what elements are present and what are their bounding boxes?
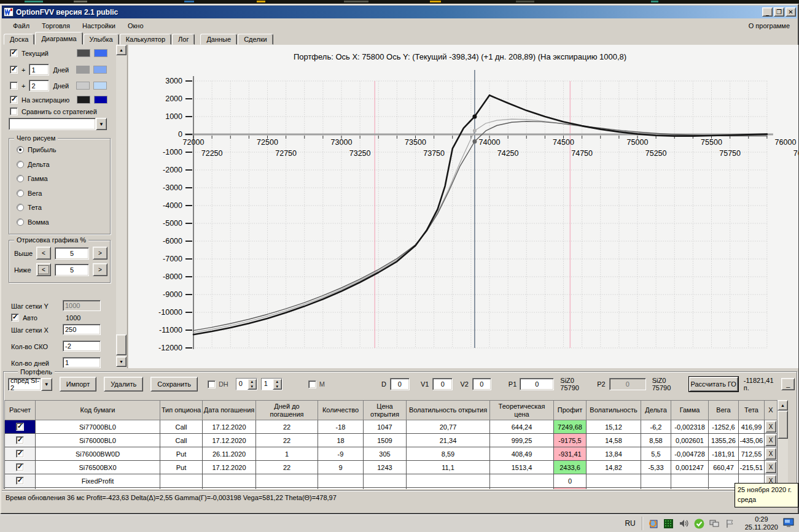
row-calc-cell[interactable]: [5, 461, 36, 474]
radio-тета[interactable]: [17, 204, 24, 211]
column-header[interactable]: Тип опциона: [160, 401, 203, 420]
column-header[interactable]: Гамма: [671, 401, 709, 420]
app-tray-icon[interactable]: [648, 518, 659, 529]
column-header[interactable]: Профит: [554, 401, 587, 420]
column-header[interactable]: Расчет: [5, 401, 36, 420]
expiration-checkbox[interactable]: [10, 96, 18, 104]
terminal-tray-icon[interactable]: [663, 518, 674, 529]
p1-input[interactable]: [520, 378, 554, 390]
row-delete-button[interactable]: X: [765, 448, 776, 460]
preset-combobox[interactable]: спред SI-2 ▼: [8, 378, 52, 391]
plus1-checkbox[interactable]: [10, 66, 18, 74]
grid-step-x-input[interactable]: [63, 324, 101, 335]
row-delete-cell[interactable]: X: [765, 420, 778, 434]
grid-step-y-input[interactable]: [63, 300, 101, 311]
column-header[interactable]: Дельта: [641, 401, 671, 420]
row-calc-cell[interactable]: [5, 420, 36, 434]
tab-диаграмма[interactable]: Диаграмма: [35, 32, 82, 45]
tab-калькулятор[interactable]: Калькулятор: [120, 34, 171, 45]
sidebar-scrollbar[interactable]: ▲ ▼: [116, 45, 127, 369]
dh-spinner-1[interactable]: 0 ▲▼: [236, 378, 257, 390]
table-row[interactable]: Si76000BW0DPut26.11.20201-93058,59408,49…: [5, 447, 778, 461]
below-increase-button[interactable]: >: [93, 263, 107, 276]
save-button[interactable]: Сохранить: [150, 377, 198, 391]
tab-лог[interactable]: Лог: [172, 34, 195, 45]
chevron-down-icon[interactable]: ▼: [96, 118, 107, 130]
m-checkbox[interactable]: [308, 380, 316, 388]
scrollbar-thumb[interactable]: [116, 334, 127, 355]
sko-count-input[interactable]: [63, 341, 101, 352]
column-header[interactable]: X: [765, 401, 778, 420]
row-calc-cell[interactable]: [5, 474, 36, 488]
language-indicator[interactable]: RU: [618, 519, 641, 528]
v1-input[interactable]: [432, 378, 453, 390]
row-calc-checkbox[interactable]: [16, 463, 24, 471]
above-increase-button[interactable]: >: [93, 247, 107, 260]
show-desktop-icon[interactable]: [783, 518, 795, 529]
scroll-up-icon[interactable]: ▲: [778, 400, 788, 411]
row-calc-cell[interactable]: [5, 434, 36, 447]
tab-данные[interactable]: Данные: [200, 34, 237, 45]
above-percent-input[interactable]: [55, 247, 89, 260]
antivirus-check-icon[interactable]: [694, 518, 705, 529]
row-delete-cell[interactable]: X: [765, 434, 778, 447]
column-header[interactable]: Дата погашения: [203, 401, 256, 420]
import-button[interactable]: Импорт: [60, 377, 96, 391]
d-input[interactable]: [390, 378, 410, 390]
tab-улыбка[interactable]: Улыбка: [84, 34, 119, 45]
network-icon[interactable]: [709, 518, 720, 529]
column-header[interactable]: Волатильность открытия: [407, 401, 490, 420]
row-calc-checkbox[interactable]: [16, 450, 24, 458]
row-delete-button[interactable]: X: [765, 434, 776, 446]
row-delete-cell[interactable]: X: [765, 447, 778, 461]
collapse-panel-button[interactable]: _: [781, 378, 795, 390]
delete-button[interactable]: Удалить: [104, 377, 143, 391]
menu-item-торговля[interactable]: Торговля: [36, 21, 76, 31]
above-decrease-button[interactable]: <: [36, 247, 51, 260]
tab-доска[interactable]: Доска: [4, 34, 34, 45]
radio-прибыль[interactable]: [17, 146, 24, 153]
radio-вега[interactable]: [17, 190, 24, 197]
row-calc-cell[interactable]: [5, 447, 36, 461]
menu-item-настройки[interactable]: Настройки: [76, 21, 122, 31]
flag-icon[interactable]: [725, 518, 736, 529]
table-row[interactable]: Si76000BL0Call17.12.20202218150921,34999…: [5, 434, 778, 447]
maximize-button[interactable]: ❐: [774, 7, 784, 17]
radio-вомма[interactable]: [17, 218, 24, 226]
radio-дельта[interactable]: [17, 161, 24, 168]
strategy-combobox[interactable]: ▼: [9, 118, 107, 130]
scroll-up-icon[interactable]: ▲: [116, 45, 127, 55]
about-menu-item[interactable]: О программе: [749, 22, 792, 29]
title-bar[interactable]: OptionFVV версия 2.1 public _ ❐ ✕: [2, 6, 797, 18]
row-calc-cell[interactable]: [5, 488, 36, 490]
row-calc-checkbox[interactable]: [16, 436, 24, 444]
pnl-chart[interactable]: 7200072500730007350074000745007500075500…: [128, 45, 798, 369]
plus2-days-input[interactable]: [29, 80, 49, 91]
row-delete-cell[interactable]: X: [765, 461, 778, 474]
volume-icon[interactable]: [679, 518, 690, 529]
table-scrollbar[interactable]: ▲: [778, 400, 788, 489]
column-header[interactable]: Тета: [739, 401, 765, 420]
auto-checkbox[interactable]: [11, 314, 19, 322]
column-header[interactable]: Цена открытия: [364, 401, 407, 420]
column-header[interactable]: Количество: [318, 401, 364, 420]
column-header[interactable]: Код бумаги: [36, 401, 160, 420]
radio-гамма[interactable]: [17, 175, 24, 182]
minimize-button[interactable]: _: [762, 7, 773, 17]
row-calc-checkbox[interactable]: [16, 423, 24, 431]
calculate-go-button[interactable]: Рассчитать ГО: [689, 377, 738, 391]
column-header[interactable]: Теоретическая цена: [490, 401, 554, 420]
table-row[interactable]: FixedProfit0X: [5, 474, 778, 488]
taskbar[interactable]: RU 0:29 25.11.2020: [0, 514, 799, 532]
plus1-days-input[interactable]: [29, 64, 49, 75]
scrollbar-thumb[interactable]: [778, 411, 788, 439]
clock[interactable]: 0:29 25.11.2020: [745, 515, 778, 531]
row-delete-button[interactable]: X: [765, 421, 776, 433]
column-header[interactable]: Дней до погашения: [256, 401, 318, 420]
plus2-checkbox[interactable]: [10, 82, 18, 90]
below-decrease-button[interactable]: <: [36, 263, 51, 276]
table-row[interactable]: Si76500BX0Put17.12.2020229124311,11513,4…: [5, 461, 778, 474]
p2-input[interactable]: [609, 378, 646, 390]
below-percent-input[interactable]: [55, 264, 89, 276]
dh-checkbox[interactable]: [208, 380, 216, 388]
